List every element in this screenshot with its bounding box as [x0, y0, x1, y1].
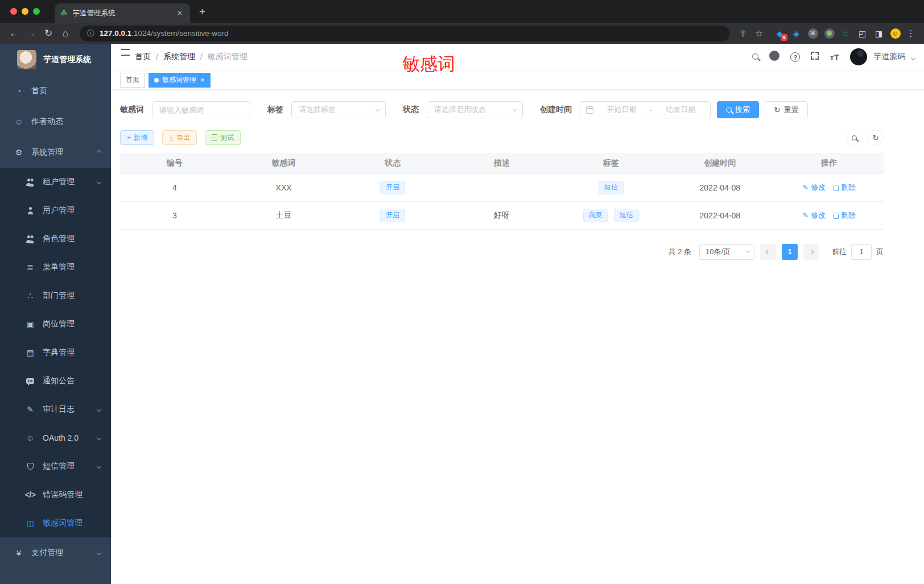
reload-button[interactable]: ↻: [40, 27, 57, 39]
search-button-label: 搜索: [735, 105, 750, 115]
keyword-input[interactable]: [152, 101, 250, 118]
help-button[interactable]: ?: [790, 52, 800, 63]
goto-page-input[interactable]: [851, 244, 872, 260]
reset-button[interactable]: ↻ 重置: [765, 101, 808, 118]
page-number-button[interactable]: 1: [782, 244, 798, 260]
font-size-button[interactable]: тT: [830, 52, 839, 62]
next-page-button[interactable]: [803, 244, 819, 260]
app-logo[interactable]: 芋道管理系统: [0, 44, 111, 76]
refresh-table-button[interactable]: ↻: [868, 130, 884, 146]
forward-button[interactable]: →: [23, 28, 40, 39]
sidebar-item-department[interactable]: ∴ 部门管理: [0, 281, 111, 310]
back-button[interactable]: ←: [6, 28, 23, 39]
browser-tab[interactable]: ☘ 芋道管理系统 ×: [55, 3, 190, 23]
fullscreen-button[interactable]: [811, 52, 819, 62]
browser-menu-button[interactable]: ⋮: [904, 28, 918, 39]
test-button[interactable]: 测试: [205, 130, 241, 145]
bookmark-star-button[interactable]: ☆: [751, 28, 767, 39]
delete-link[interactable]: 删除: [834, 183, 856, 193]
status-tag: 开启: [380, 181, 405, 194]
emoji-avatar-icon: ☺: [890, 28, 901, 39]
window-zoom-button[interactable]: [33, 8, 40, 15]
side-panel-button[interactable]: ◨: [871, 29, 887, 38]
sidebar-item-label: 菜单管理: [43, 262, 75, 272]
sidebar-item-tenant[interactable]: 租户管理: [0, 168, 111, 196]
delete-link[interactable]: 删除: [834, 210, 856, 221]
tag-close-icon[interactable]: ×: [200, 76, 205, 84]
sidebar-item-menu[interactable]: ≣ 菜单管理: [0, 253, 111, 281]
sidebar-item-sms[interactable]: 短信管理: [0, 452, 111, 481]
extensions-puzzle-button[interactable]: ◰: [854, 29, 871, 38]
chevron-down-icon: [97, 407, 101, 412]
export-button[interactable]: ↓ 导出: [162, 130, 197, 145]
page-size-value: 10条/页: [706, 247, 731, 257]
refresh-icon: ↻: [774, 106, 781, 114]
user-avatar[interactable]: [850, 48, 867, 65]
new-tab-button[interactable]: +: [199, 6, 205, 18]
sidebar-item-payment[interactable]: ¥ 支付管理: [0, 537, 111, 568]
sidebar: 芋道管理系统 ◔ 首页 ☺ 作者动态 ⚙ 系统管理 租户管理 用户管理: [0, 44, 111, 584]
sidebar-item-sensitive-word[interactable]: ◫ 敏感词管理: [0, 509, 111, 537]
sidebar-item-dict[interactable]: ▤ 字典管理: [0, 338, 111, 367]
header-search-button[interactable]: [752, 52, 758, 62]
sidebar-item-post[interactable]: ▣ 岗位管理: [0, 310, 111, 338]
extension-update-button[interactable]: ◆ 9: [772, 29, 788, 38]
breadcrumb-separator: /: [156, 52, 158, 61]
home-button[interactable]: ⌂: [57, 28, 74, 39]
page-size-select[interactable]: 10条/页: [699, 244, 754, 260]
tag-home[interactable]: 首页: [120, 73, 145, 88]
edit-link[interactable]: ✎修改: [802, 210, 826, 221]
window-close-button[interactable]: [10, 8, 17, 15]
cell-created: 2022-04-08: [666, 173, 775, 201]
sensitive-word-table: 编号 敏感词 状态 描述 标签 创建时间 操作 4 XXX 开启 短信 2022…: [120, 153, 884, 230]
extension-star-button[interactable]: ☆: [838, 29, 854, 38]
date-separator: -: [650, 106, 652, 114]
col-tags: 标签: [556, 153, 666, 173]
prev-page-button[interactable]: [760, 244, 776, 260]
sidebar-item-audit-log[interactable]: ✎ 审计日志: [0, 395, 111, 424]
sidebar-item-user[interactable]: 用户管理: [0, 196, 111, 225]
shield-icon: [25, 463, 35, 470]
keyword-label: 敏感词: [120, 105, 144, 115]
extension-shortcut-button[interactable]: ⌘: [805, 28, 821, 39]
add-button[interactable]: + 新增: [120, 130, 154, 145]
url-bar[interactable]: ⓘ 127.0.0.1:1024/system/sensitive-word: [80, 26, 729, 42]
extension-recorder-button[interactable]: [821, 28, 838, 39]
dashboard-icon: ◔: [14, 86, 24, 96]
search-button[interactable]: 搜索: [717, 101, 759, 118]
github-button[interactable]: [769, 51, 779, 63]
edit-link[interactable]: ✎修改: [802, 183, 826, 193]
red-annotation-text: 敏感词: [402, 52, 455, 76]
window-minimize-button[interactable]: [22, 8, 28, 15]
toggle-search-button[interactable]: [846, 130, 862, 146]
extension-gem-button[interactable]: ◈: [788, 29, 805, 38]
chevron-down-icon: [376, 106, 380, 111]
sidebar-item-label: 角色管理: [43, 234, 75, 244]
sidebar-item-author-news[interactable]: ☺ 作者动态: [0, 106, 111, 137]
share-button[interactable]: ⇧: [735, 28, 751, 39]
sidebar-toggle-button[interactable]: [120, 52, 122, 62]
sidebar-item-label: 租户管理: [43, 177, 75, 187]
chevron-down-icon: [97, 180, 101, 184]
profile-avatar-button[interactable]: ☺: [887, 28, 904, 39]
breadcrumb-section[interactable]: 系统管理: [163, 52, 195, 62]
username[interactable]: 芋道源码: [873, 52, 905, 62]
breadcrumb-home[interactable]: 首页: [135, 52, 151, 62]
sidebar-item-label: 通知公告: [43, 376, 75, 386]
tag-sensitive-word-active[interactable]: 敏感词管理 ×: [148, 73, 211, 88]
date-range-picker[interactable]: 开始日期 - 结束日期: [580, 101, 711, 118]
sidebar-item-error-code[interactable]: </> 错误码管理: [0, 481, 111, 509]
chevron-down-icon[interactable]: [911, 56, 915, 60]
tab-close-icon[interactable]: ×: [175, 9, 184, 18]
site-info-icon[interactable]: ⓘ: [87, 28, 94, 39]
sidebar-item-system-management[interactable]: ⚙ 系统管理: [0, 137, 111, 168]
status-select[interactable]: 请选择启用状态: [427, 101, 523, 118]
tag-select[interactable]: 请选择标签: [291, 101, 386, 118]
sidebar-item-oauth[interactable]: ☺ OAuth 2.0: [0, 424, 111, 452]
sidebar-item-notice[interactable]: 通知公告: [0, 367, 111, 395]
sidebar-item-role[interactable]: 角色管理: [0, 225, 111, 253]
plus-icon: +: [127, 134, 131, 142]
system-management-submenu: 租户管理 用户管理 角色管理 ≣ 菜单管理 ∴ 部门管理 ▣ 岗位管理: [0, 168, 111, 537]
sidebar-item-home[interactable]: ◔ 首页: [0, 76, 111, 106]
cell-description: [447, 173, 556, 201]
